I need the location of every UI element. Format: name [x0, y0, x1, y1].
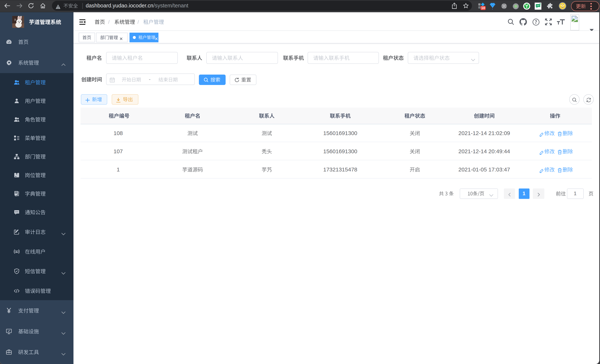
- svg-text:10: 10: [481, 6, 485, 10]
